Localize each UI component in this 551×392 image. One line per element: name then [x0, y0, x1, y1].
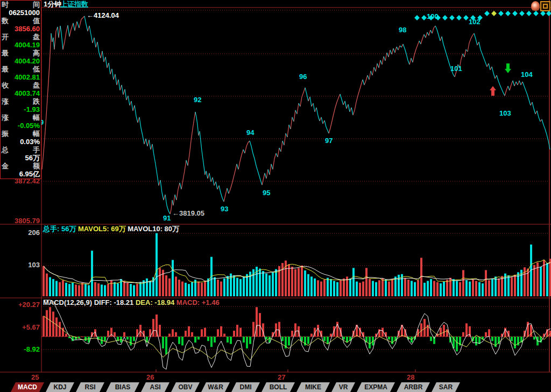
price-line-segment [506, 86, 508, 90]
price-line-segment [430, 30, 432, 33]
price-line-segment [458, 65, 460, 68]
tab-bias[interactable]: BIAS [106, 382, 139, 392]
tab-arbr[interactable]: ARBR [397, 382, 430, 392]
price-line-segment [196, 117, 197, 125]
mavol5-line [44, 260, 550, 284]
volume-bar [123, 281, 125, 296]
sell-arrow-icon[interactable] [505, 63, 511, 73]
price-line-segment [292, 117, 294, 122]
diamond-marker [414, 15, 420, 20]
price-line-segment [542, 119, 543, 125]
volume-bar [391, 279, 393, 296]
price-line-segment [164, 195, 165, 200]
diamond-marker [512, 11, 518, 16]
price-line-segment [366, 75, 368, 81]
price-line-segment [416, 45, 418, 49]
price-line-segment [206, 171, 208, 179]
indicator-tab-bar: MACDKDJRSIBIASASIOBVW&RDMIBOLLMIKEVREXPM… [0, 382, 551, 392]
macd-histogram-bar [327, 337, 329, 344]
price-line-segment [409, 58, 411, 65]
volume-bar [478, 282, 481, 296]
tab-vr[interactable]: VR [331, 382, 355, 392]
price-line-segment [540, 119, 542, 122]
price-line-segment [460, 59, 461, 68]
volume-bar [498, 279, 500, 296]
price-line-segment [104, 57, 105, 62]
macd-histogram-bar [188, 326, 190, 337]
info-value-row: 3856.60 [1, 25, 41, 33]
info-value: 56万 [25, 154, 40, 162]
price-line-segment [300, 97, 302, 106]
price-line-segment [297, 103, 299, 114]
tab-obv[interactable]: OBV [171, 382, 200, 392]
info-value-row: 4004.20 [1, 57, 41, 65]
volume-bar [185, 283, 187, 296]
price-line-segment [219, 186, 221, 193]
symbol-name[interactable]: 上证指数 [60, 1, 88, 8]
price-line-segment [287, 125, 289, 137]
price-line-segment [348, 104, 350, 112]
volume-bar [291, 267, 293, 296]
tab-wr[interactable]: W&R [201, 382, 230, 392]
tab-macd[interactable]: MACD [11, 382, 44, 392]
volume-bar [136, 284, 138, 296]
macd-histogram-bar [469, 326, 471, 337]
info-label: 金 [2, 162, 9, 170]
volume-bar [320, 282, 322, 296]
macd-histogram-bar [456, 337, 458, 351]
price-line-segment [105, 57, 107, 68]
tab-mike[interactable]: MIKE [296, 382, 330, 392]
macd-histogram-bar [46, 310, 48, 337]
info-label-row: 数值 [1, 17, 41, 25]
volume-bar [465, 280, 468, 296]
volume-bar [436, 282, 439, 296]
price-line-segment [188, 155, 189, 166]
volume-bar [68, 284, 70, 296]
price-line-segment [165, 195, 167, 205]
tab-kdj[interactable]: KDJ [46, 382, 74, 392]
volume-bar [304, 270, 306, 296]
shell-icon[interactable] [531, 1, 540, 11]
price-line-segment [405, 48, 406, 54]
macd-histogram-bar [462, 332, 464, 337]
info-value-row: 06251000 [1, 9, 41, 17]
buy-arrow-icon[interactable] [490, 86, 496, 96]
macd-histogram-bar [433, 337, 435, 344]
period-label[interactable]: 1分钟 [44, 1, 61, 8]
price-line-segment [334, 108, 335, 114]
volume-bar [243, 276, 245, 296]
price-line-segment [151, 144, 152, 149]
price-line-segment [503, 92, 505, 96]
info-value-row: 6.95亿 [1, 170, 41, 178]
info-label-row: 时间 [1, 1, 41, 9]
tab-expma[interactable]: EXPMA [357, 382, 395, 392]
tab-boll[interactable]: BOLL [262, 382, 295, 392]
diamond-marker [498, 11, 504, 16]
price-line-segment [79, 19, 81, 28]
price-line-segment [384, 56, 385, 61]
price-line-segment [379, 60, 380, 68]
price-line-segment [439, 35, 440, 41]
tab-dmi[interactable]: DMI [231, 382, 260, 392]
macd-histogram-bar [49, 307, 51, 337]
price-line-segment [197, 125, 199, 136]
volume-bar [414, 282, 416, 296]
price-line-segment [203, 159, 204, 167]
volume-bar [336, 282, 338, 296]
price-line-segment [279, 148, 281, 152]
price-line-segment [133, 105, 135, 111]
price-line-segment [278, 148, 279, 157]
price-line-segment [81, 18, 83, 19]
tab-sar[interactable]: SAR [432, 382, 460, 392]
tab-asi[interactable]: ASI [141, 382, 169, 392]
maximize-icon[interactable] [540, 1, 550, 11]
price-line-segment [305, 88, 307, 94]
price-line-segment [508, 86, 510, 90]
price-line-segment [68, 25, 69, 37]
info-value-row: -1.93 [1, 105, 41, 113]
price-line-segment [173, 195, 175, 205]
price-line-segment [97, 42, 99, 53]
tab-rsi[interactable]: RSI [76, 382, 104, 392]
price-line-segment [356, 96, 358, 102]
price-line-segment [69, 30, 71, 37]
